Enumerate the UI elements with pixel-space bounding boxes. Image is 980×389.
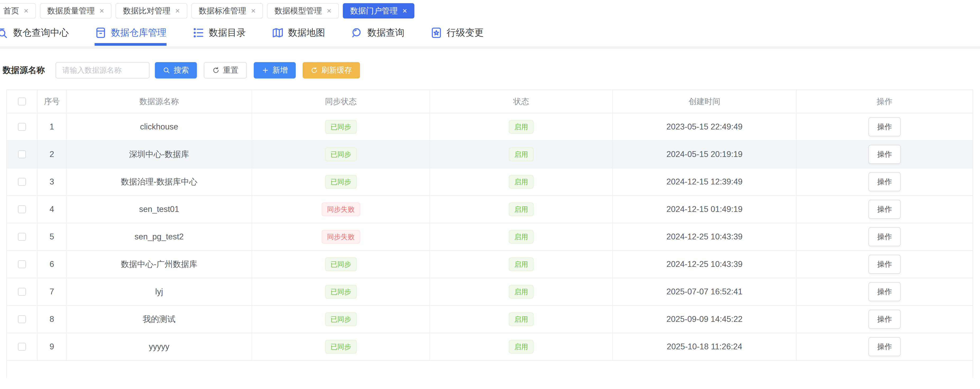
nav-item[interactable]: 数据查询 <box>351 26 404 46</box>
tab-close-icon[interactable]: × <box>175 7 180 15</box>
sync-status-cell: 已同步 <box>252 113 430 140</box>
created-time-cell: 2023-05-15 22:49:49 <box>613 113 797 140</box>
datasource-name-cell: sen_test01 <box>67 196 252 223</box>
row-select-cell <box>7 196 38 223</box>
status-badge: 启用 <box>509 148 534 161</box>
refresh-cache-button[interactable]: 刷新缓存 <box>302 62 360 78</box>
datasource-name-input[interactable] <box>56 62 150 78</box>
tab-close-icon[interactable]: × <box>24 7 29 15</box>
search-icon <box>351 27 363 39</box>
doc-star-icon <box>430 27 442 39</box>
plus-icon <box>262 67 269 74</box>
refresh-icon <box>212 67 220 74</box>
search-button[interactable]: 搜索 <box>155 62 197 78</box>
top-tab-label: 数据标准管理 <box>199 6 246 16</box>
status-cell: 启用 <box>430 278 613 305</box>
top-tab-3[interactable]: 数据标准管理 × <box>191 3 263 19</box>
row-checkbox[interactable] <box>18 123 26 131</box>
status-badge: 启用 <box>509 175 534 189</box>
row-action-button[interactable]: 操作 <box>869 310 901 329</box>
tab-close-icon[interactable]: × <box>251 7 256 15</box>
status-badge: 启用 <box>509 230 534 244</box>
nav-item[interactable]: 行级变更 <box>430 26 484 46</box>
page: { "tabs": [ { "label": "首页", "active": f… <box>0 0 980 389</box>
row-checkbox[interactable] <box>18 150 26 158</box>
row-checkbox[interactable] <box>18 315 26 323</box>
action-cell: 操作 <box>797 306 973 333</box>
nav-item[interactable]: 数仓查询中心 <box>0 26 69 46</box>
row-select-cell <box>7 113 38 140</box>
row-checkbox[interactable] <box>18 233 26 241</box>
sync-status-badge: 已同步 <box>325 285 357 298</box>
reset-button[interactable]: 重置 <box>204 62 247 78</box>
refresh-icon <box>310 67 318 74</box>
row-select-cell <box>7 141 38 168</box>
add-button[interactable]: 新增 <box>254 62 296 78</box>
top-tab-2[interactable]: 数据比对管理 × <box>116 3 188 19</box>
nav-item[interactable]: 数据目录 <box>192 26 246 46</box>
status-cell: 启用 <box>430 113 613 140</box>
created-time-cell: 2024-12-25 10:43:39 <box>613 251 797 278</box>
status-cell: 启用 <box>430 141 613 168</box>
datasource-name-cell: 数据治理-数据库中心 <box>67 168 252 195</box>
status-cell: 启用 <box>430 196 613 223</box>
action-cell: 操作 <box>797 278 973 305</box>
created-time-cell: 2024-12-15 12:39:49 <box>613 168 797 195</box>
row-checkbox[interactable] <box>18 260 26 268</box>
row-action-button[interactable]: 操作 <box>869 255 901 274</box>
row-action-button[interactable]: 操作 <box>869 117 901 137</box>
status-badge: 启用 <box>509 120 534 134</box>
sync-status-badge: 已同步 <box>325 175 357 189</box>
row-checkbox[interactable] <box>18 205 26 213</box>
row-checkbox[interactable] <box>18 288 26 296</box>
sync-status-cell: 已同步 <box>252 278 430 305</box>
row-action-button[interactable]: 操作 <box>869 172 901 191</box>
action-cell: 操作 <box>797 251 973 278</box>
sync-status-cell: 已同步 <box>252 141 430 168</box>
table-row: 9 yyyyy 已同步 启用 2025-10-18 11:26:24 操作 <box>7 333 973 361</box>
row-checkbox[interactable] <box>18 178 26 186</box>
top-tab-4[interactable]: 数据模型管理 × <box>267 3 339 19</box>
row-action-button[interactable]: 操作 <box>869 200 901 219</box>
status-cell: 启用 <box>430 306 613 333</box>
col-status: 状态 <box>430 90 613 113</box>
top-tab-5[interactable]: 数据门户管理 × <box>343 3 415 19</box>
status-badge: 启用 <box>509 285 534 298</box>
row-action-button[interactable]: 操作 <box>869 227 901 246</box>
nav-item[interactable]: 数据地图 <box>272 26 325 46</box>
seq-cell: 2 <box>38 141 67 168</box>
top-tab-label: 数据质量管理 <box>47 6 95 16</box>
tab-close-icon[interactable]: × <box>402 7 407 15</box>
table-body: 1 clickhouse 已同步 启用 2023-05-15 22:49:49 … <box>7 113 973 361</box>
table-row: 1 clickhouse 已同步 启用 2023-05-15 22:49:49 … <box>7 113 973 141</box>
select-all-checkbox[interactable] <box>18 97 26 105</box>
status-cell: 启用 <box>430 168 613 195</box>
tab-close-icon[interactable]: × <box>100 7 104 15</box>
nav-item-label: 数据地图 <box>288 26 325 39</box>
datasource-name-cell: sen_pg_test2 <box>67 223 252 250</box>
nav-item-label: 行级变更 <box>447 26 484 39</box>
table-row: 2 深圳中心-数据库 已同步 启用 2024-05-15 20:19:19 操作 <box>7 141 973 168</box>
col-seq: 序号 <box>38 90 67 113</box>
row-action-button[interactable]: 操作 <box>869 282 901 301</box>
seq-cell: 8 <box>38 306 67 333</box>
tab-close-icon[interactable]: × <box>327 7 331 15</box>
active-nav-underline <box>95 43 167 46</box>
sync-status-cell: 已同步 <box>252 251 430 278</box>
filter-row: 数据源名称 搜索 重置 新增 刷新缓存 <box>3 62 980 78</box>
top-tab-0[interactable]: 首页 × <box>0 3 36 19</box>
map-icon <box>272 27 284 39</box>
seq-cell: 5 <box>38 223 67 250</box>
action-cell: 操作 <box>797 141 973 168</box>
created-time-cell: 2025-09-09 14:45:22 <box>613 306 797 333</box>
row-action-button[interactable]: 操作 <box>869 337 901 356</box>
table-row: 6 数据中心-广州数据库 已同步 启用 2024-12-25 10:43:39 … <box>7 251 973 278</box>
row-select-cell <box>7 278 38 305</box>
row-checkbox[interactable] <box>18 343 26 351</box>
row-action-button[interactable]: 操作 <box>869 145 901 164</box>
nav-item[interactable]: 数据仓库管理 <box>95 26 167 46</box>
status-cell: 启用 <box>430 333 613 360</box>
top-tab-1[interactable]: 数据质量管理 × <box>40 3 112 19</box>
sync-status-badge: 同步失败 <box>321 202 360 216</box>
datasource-name-cell: 数据中心-广州数据库 <box>67 251 252 278</box>
